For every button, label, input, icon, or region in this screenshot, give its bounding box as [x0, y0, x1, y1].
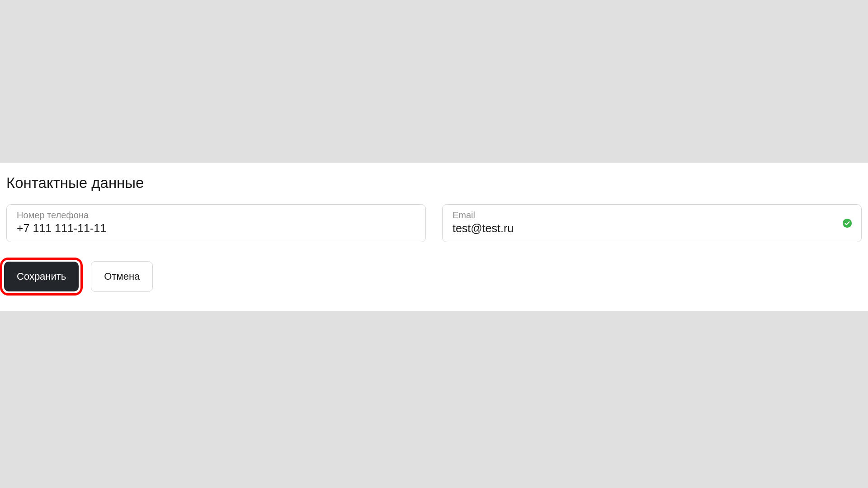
phone-input[interactable]	[17, 221, 415, 236]
phone-label: Номер телефона	[17, 209, 415, 221]
email-label: Email	[453, 209, 851, 221]
actions-row: Сохранить Отмена	[0, 258, 862, 296]
save-button[interactable]: Сохранить	[4, 262, 79, 291]
save-button-highlight: Сохранить	[0, 258, 83, 296]
section-title: Контактные данные	[6, 174, 862, 192]
email-input[interactable]	[453, 221, 851, 236]
checkmark-circle-icon	[842, 218, 852, 228]
cancel-button[interactable]: Отмена	[91, 261, 153, 292]
svg-point-0	[843, 219, 852, 228]
phone-input-group[interactable]: Номер телефона	[6, 204, 426, 242]
contact-data-panel: Контактные данные Номер телефона Email С…	[0, 163, 868, 311]
email-input-group[interactable]: Email	[442, 204, 862, 242]
fields-row: Номер телефона Email	[6, 204, 862, 242]
